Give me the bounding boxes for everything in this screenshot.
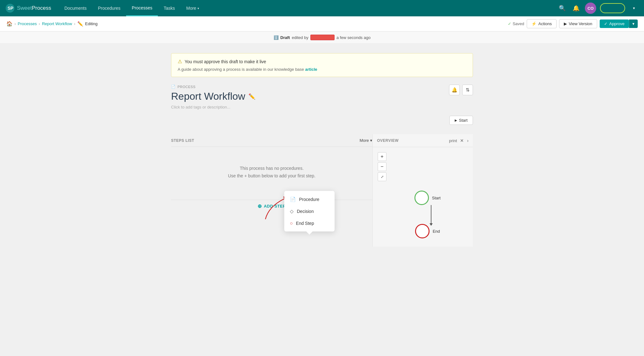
nav-item-more[interactable]: More ▾ — [180, 0, 205, 16]
start-button[interactable]: ▶ Start — [449, 116, 473, 125]
collapse-button[interactable]: ✕ — [460, 138, 464, 143]
process-title: Report Workflow — [171, 91, 245, 102]
decision-icon: ◇ — [290, 209, 294, 214]
breadcrumb-sep-2: › — [39, 21, 40, 26]
end-step-icon: ○ — [290, 220, 293, 226]
draft-bar: ℹ️ Draft edited by a few seconds ago — [0, 31, 644, 44]
logo-icon: SP — [5, 3, 15, 13]
logo[interactable]: SP SweetProcess — [5, 3, 51, 13]
saved-status: ✓ Saved — [508, 21, 524, 26]
zoom-in-button[interactable]: + — [378, 152, 386, 161]
breadcrumb-sep-3: › — [74, 21, 75, 26]
end-node-circle — [415, 224, 430, 238]
sort-button[interactable]: ⇅ — [462, 85, 473, 95]
overview-panel: OVERVIEW print ✕ › + − ⤢ Start — [372, 134, 473, 247]
play-icon: ▶ — [564, 21, 567, 26]
warning-box: ⚠ You must approve this draft to make it… — [171, 53, 473, 77]
process-actions: 🔔 ⇅ — [449, 85, 473, 95]
dropdown-decision[interactable]: ◇ Decision — [284, 205, 335, 217]
flow-node-end: End — [415, 224, 440, 238]
approve-button[interactable]: ✓ Approve — [600, 19, 629, 28]
flowchart: Start End — [387, 187, 468, 242]
approve-group: ✓ Approve ▾ — [600, 19, 638, 28]
overview-title: OVERVIEW — [377, 138, 398, 143]
actions-button[interactable]: ⚡ Actions — [527, 19, 557, 28]
bottom-section: STEPS LIST More ▾ This process has no pr… — [171, 134, 473, 247]
steps-list-title: STEPS LIST — [171, 138, 194, 143]
knowledge-base-link[interactable]: article — [305, 67, 317, 72]
nav-item-documents[interactable]: Documents — [59, 0, 92, 16]
avatar[interactable]: CO — [585, 3, 596, 14]
more-chevron-icon: ▾ — [197, 7, 199, 10]
approve-dropdown-button[interactable]: ▾ — [629, 19, 638, 28]
process-description[interactable]: Click to add tags or description... — [171, 105, 473, 109]
print-link[interactable]: print — [449, 138, 457, 143]
check-icon: ✓ — [604, 21, 608, 26]
process-label: 📄 PROCESS — [171, 85, 473, 89]
nav-items: Documents Procedures Processes Tasks Mor… — [59, 0, 557, 16]
warning-body: A guide about approving a process is ava… — [178, 67, 466, 72]
nav-item-procedures[interactable]: Procedures — [92, 0, 126, 16]
overview-header: OVERVIEW print ✕ › — [373, 134, 473, 147]
profile-pill[interactable] — [600, 3, 625, 13]
view-version-button[interactable]: ▶ View Version — [559, 19, 597, 28]
breadcrumb-editing: Editing — [85, 21, 98, 26]
process-title-row: Report Workflow ✏️ — [171, 91, 473, 102]
search-button[interactable]: 🔍 — [557, 3, 567, 13]
nav-right: 🔍 🔔 CO ▾ — [557, 3, 639, 14]
overview-content: + − ⤢ Start End — [373, 147, 473, 247]
add-step-row: ⊕ ADD STEP — [171, 200, 372, 212]
start-node-label: Start — [432, 196, 441, 200]
dropdown-caret — [306, 231, 313, 235]
bell-button[interactable]: 🔔 — [571, 3, 581, 13]
steps-more-button[interactable]: More ▾ — [359, 138, 372, 143]
edit-breadcrumb-icon: ✏️ — [77, 21, 83, 27]
breadcrumb: 🏠 › Processes › Report Workflow › ✏️ Edi… — [6, 21, 97, 27]
flow-arrow — [431, 205, 431, 224]
flow-node-start: Start — [414, 191, 441, 205]
warning-title: ⚠ You must approve this draft to make it… — [178, 58, 466, 64]
nav-item-processes[interactable]: Processes — [126, 0, 158, 16]
breadcrumb-sep-1: › — [14, 21, 16, 26]
user-name-redacted — [310, 35, 335, 40]
process-section: 📄 PROCESS Report Workflow ✏️ Click to ad… — [171, 85, 473, 125]
bolt-icon: ⚡ — [531, 21, 536, 26]
expand-button[interactable]: › — [467, 138, 469, 143]
breadcrumb-actions: ✓ Saved ⚡ Actions ▶ View Version ✓ Appro… — [508, 19, 638, 28]
home-breadcrumb[interactable]: 🏠 — [6, 21, 13, 27]
start-play-icon: ▶ — [455, 119, 457, 122]
overview-controls: print ✕ › — [449, 138, 469, 143]
breadcrumb-bar: 🏠 › Processes › Report Workflow › ✏️ Edi… — [0, 16, 644, 31]
add-step-dropdown: 📄 Procedure ◇ Decision ○ End Step — [284, 191, 335, 231]
document-icon: 📄 — [171, 85, 176, 89]
more-chevron-down-icon: ▾ — [370, 138, 372, 143]
dropdown-procedure[interactable]: 📄 Procedure — [284, 193, 335, 205]
add-step-circle-icon: ⊕ — [258, 203, 262, 209]
warning-icon: ⚠ — [178, 58, 182, 64]
breadcrumb-report-workflow[interactable]: Report Workflow — [42, 21, 72, 26]
zoom-controls: + − ⤢ — [378, 152, 468, 181]
steps-header: STEPS LIST More ▾ — [171, 134, 372, 147]
main-content: ⚠ You must approve this draft to make it… — [0, 44, 644, 353]
zoom-fit-button[interactable]: ⤢ — [378, 172, 386, 181]
steps-list: STEPS LIST More ▾ This process has no pr… — [171, 134, 372, 247]
svg-text:SP: SP — [8, 6, 14, 11]
add-step-button[interactable]: ⊕ ADD STEP — [171, 203, 372, 209]
logo-text: SweetProcess — [17, 5, 51, 11]
breadcrumb-processes[interactable]: Processes — [18, 21, 37, 26]
info-icon: ℹ️ — [274, 35, 279, 40]
edit-title-icon[interactable]: ✏️ — [248, 93, 255, 100]
nav-item-tasks[interactable]: Tasks — [158, 0, 180, 16]
zoom-out-button[interactable]: − — [378, 162, 386, 171]
dropdown-end-step[interactable]: ○ End Step — [284, 217, 335, 229]
start-node-circle — [414, 191, 429, 205]
end-node-label: End — [433, 229, 440, 234]
steps-empty: This process has no procedures. Use the … — [171, 153, 372, 193]
procedure-icon: 📄 — [290, 197, 296, 202]
dropdown-chevron-icon[interactable]: ▾ — [629, 3, 639, 13]
notify-button[interactable]: 🔔 — [449, 85, 460, 95]
top-navigation: SP SweetProcess Documents Procedures Pro… — [0, 0, 644, 16]
